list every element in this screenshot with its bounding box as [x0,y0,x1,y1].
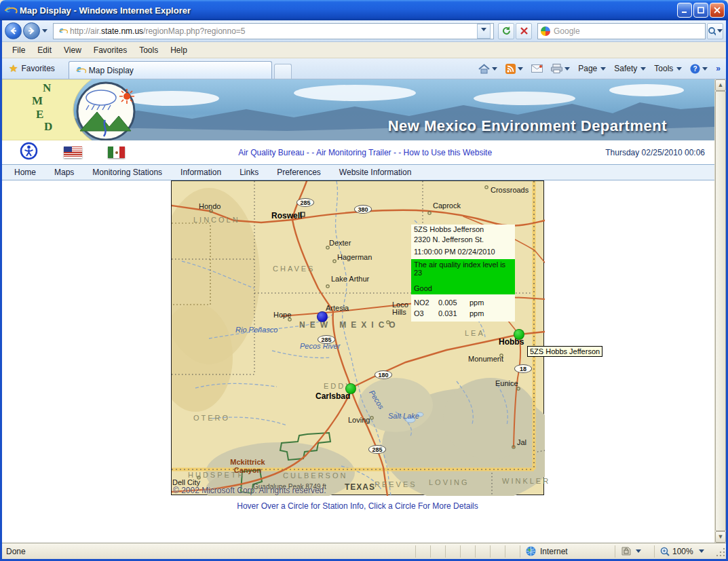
new-tab-button[interactable] [274,64,292,79]
zoom-control[interactable]: 100% [654,545,714,558]
pollutant-unit: ppm [470,308,484,319]
station-marker-artesia[interactable] [317,311,328,322]
print-button[interactable] [548,62,573,75]
menu-file[interactable]: File [6,43,31,57]
search-box[interactable] [537,23,706,39]
route-shield: 285 [318,335,335,344]
page-menu[interactable]: Page [575,62,609,75]
menu-edit[interactable]: Edit [31,43,58,57]
route-shield: 180 [375,370,392,379]
accessibility-icon[interactable] [20,142,38,163]
recent-pages-dropdown-icon[interactable] [42,29,47,35]
town-label: Jal [517,438,526,446]
link-how-to-use[interactable]: How to Use this Website [404,148,493,157]
google-logo-icon [541,26,550,36]
river-label: Salt Lake [388,412,419,420]
tab-map-display[interactable]: Map Display [69,61,272,79]
pollutant-name: O3 [414,308,438,319]
home-button[interactable] [476,62,500,75]
route-shield: 380 [354,205,372,214]
menu-view[interactable]: View [58,43,88,57]
read-mail-button[interactable] [529,63,545,74]
county-label: CULBERSON [283,471,347,480]
link-air-quality-bureau[interactable]: Air Quality Bureau [238,148,304,157]
resize-grip[interactable] [716,547,726,556]
status-bar: Done Internet 100% [2,543,726,559]
status-text: Done [2,547,415,556]
status-cell [460,545,475,558]
tab-favicon-icon [75,65,85,75]
us-flag-icon[interactable] [64,147,82,158]
county-label: CHAVES [273,265,315,273]
county-label: OTERO [193,414,230,422]
menu-tools[interactable]: Tools [133,43,164,57]
search-button[interactable] [707,23,723,39]
vertical-scrollbar[interactable]: ▲ ▼ [714,79,726,543]
globe-icon [526,546,536,556]
town-label: Hondo [199,202,221,210]
url-dropdown-button[interactable] [477,24,491,39]
county-label: LOVING [429,478,470,486]
town-label: Eunice [495,379,518,387]
scrollbar-thumb[interactable] [715,91,726,531]
nmed-letter-n: N [43,81,51,95]
protected-mode-panel[interactable] [615,545,654,558]
feeds-button[interactable] [503,62,526,75]
pollutant-unit: ppm [470,297,484,308]
aqi-message: The air quality index level is 23 [414,260,512,277]
favorites-button[interactable]: ★Favorites [5,60,62,77]
url-field[interactable]: http://air.state.nm.us/regionMap.php?reg… [53,23,494,39]
help-button[interactable]: ? [687,62,710,75]
river-label: Pecos River [300,342,340,350]
river-label: Rio Peñasco [235,326,277,334]
station-marker-hobbs[interactable] [514,329,524,340]
town-label: Lake Arthur [331,275,369,283]
site-nav: Home Maps Monitoring Stations Informatio… [2,164,714,180]
town-label: Monument [468,355,503,363]
tab-title: Map Display [89,66,134,75]
station-name: 5ZS Hobbs Jefferson [411,225,515,235]
station-marker-carlsbad[interactable] [345,383,356,394]
nav-preferences[interactable]: Preferences [277,168,321,177]
menu-favorites[interactable]: Favorites [88,43,133,57]
window-title: Map Display - Windows Internet Explorer [20,5,676,16]
search-input[interactable] [554,26,702,36]
safety-menu-label: Safety [614,64,637,73]
utility-links-row: Air Quality Bureau - - Air Monitoring Tr… [2,140,714,164]
scroll-down-button[interactable]: ▼ [715,531,726,543]
safety-menu[interactable]: Safety [611,62,649,75]
command-overflow-button[interactable]: » [713,64,723,73]
scroll-up-button[interactable]: ▲ [715,79,726,91]
town-label: Dexter [329,239,351,247]
nav-monitoring-stations[interactable]: Monitoring Stations [92,168,162,177]
address-bar: http://air.state.nm.us/regionMap.php?reg… [2,20,726,42]
close-button[interactable] [710,3,725,18]
menu-help[interactable]: Help [164,43,193,57]
forward-button[interactable] [23,22,40,39]
status-cell [475,545,490,558]
minimize-button[interactable] [677,3,692,18]
nav-maps[interactable]: Maps [54,168,74,177]
pollutant-value: 0.031 [438,308,470,319]
nav-home[interactable]: Home [14,168,36,177]
protected-mode-icon [621,547,632,556]
back-button[interactable] [5,22,22,39]
aqi-category: Good [414,284,512,292]
command-bar: Page Safety Tools ? » [476,62,723,75]
hover-tooltip: 5ZS Hobbs Jefferson [527,346,602,357]
maximize-button[interactable] [693,3,708,18]
zoom-icon [660,547,670,556]
nav-website-information[interactable]: Website Information [339,168,412,177]
link-air-monitoring-trailer[interactable]: Air Monitoring Trailer [316,148,391,157]
stop-button[interactable] [516,23,532,39]
refresh-button[interactable] [498,23,514,39]
nav-information[interactable]: Information [180,168,221,177]
page-viewport: N M E D New Mexico Environment Departmen… [2,79,726,543]
site-banner: N M E D New Mexico Environment Departmen… [2,79,714,140]
tools-menu[interactable]: Tools [651,62,685,75]
county-label: LEA [465,329,485,337]
mexico-flag-icon[interactable] [108,147,125,158]
zoom-level: 100% [672,547,693,556]
browser-window: Map Display - Windows Internet Explorer … [0,0,728,561]
nav-links[interactable]: Links [240,168,258,177]
